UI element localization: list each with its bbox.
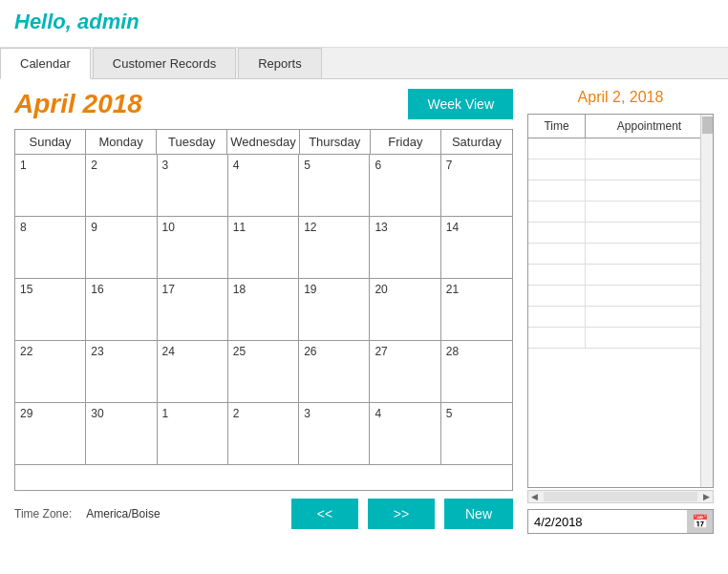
appointment-body: [528, 138, 713, 484]
tabs-container: Calendar Customer Records Reports: [0, 48, 728, 79]
timezone-value: America/Boise: [86, 507, 160, 521]
bottom-bar: Time Zone: America/Boise << >> New: [14, 491, 513, 534]
appt-row-5: [528, 223, 713, 244]
cal-cell-29[interactable]: 29: [15, 403, 86, 465]
scroll-thumb[interactable]: [702, 117, 713, 134]
cal-cell-7[interactable]: 7: [441, 155, 512, 217]
cal-cell-20[interactable]: 20: [370, 279, 440, 341]
cal-cell-next-5[interactable]: 5: [441, 403, 512, 465]
timezone-label: Time Zone:: [14, 507, 72, 521]
calendar-title: April 2018: [14, 89, 142, 119]
calendar-picker-icon[interactable]: 📅: [687, 510, 713, 533]
appt-row-7: [528, 265, 713, 286]
cal-cell-10[interactable]: 10: [158, 217, 228, 279]
cal-cell-27[interactable]: 27: [370, 341, 440, 403]
date-input[interactable]: [528, 511, 687, 533]
h-scroll-track: [544, 492, 697, 501]
appt-row-1: [528, 138, 713, 159]
cal-cell-16[interactable]: 16: [86, 279, 157, 341]
day-saturday: Saturday: [441, 130, 512, 155]
date-input-row: 📅: [527, 509, 714, 534]
right-panel: April 2, 2018 Time Appointment: [527, 89, 714, 534]
cal-cell-next-3[interactable]: 3: [299, 403, 370, 465]
tabs: Calendar Customer Records Reports: [0, 48, 728, 78]
horizontal-scrollbar[interactable]: ◀ ▶: [527, 490, 714, 503]
main-content: April 2018 Week View Sunday Monday Tuesd…: [0, 79, 728, 543]
appointment-column-header: Appointment: [586, 115, 713, 138]
cal-cell-11[interactable]: 11: [228, 217, 299, 279]
tab-reports[interactable]: Reports: [238, 48, 322, 78]
cal-cell-22[interactable]: 22: [15, 341, 86, 403]
day-friday: Friday: [371, 130, 441, 155]
appt-row-6: [528, 244, 713, 265]
tab-customer-records[interactable]: Customer Records: [93, 48, 236, 78]
calendar-body: 1 2 3 4 5 6 7 8 9 10 11 12 13 14 15: [15, 155, 512, 465]
day-sunday: Sunday: [15, 130, 86, 155]
cal-cell-30[interactable]: 30: [86, 403, 157, 465]
day-monday: Monday: [86, 130, 157, 155]
appt-row-10: [528, 328, 713, 349]
cal-cell-4[interactable]: 4: [228, 155, 299, 217]
cal-cell-3[interactable]: 3: [158, 155, 228, 217]
cal-cell-24[interactable]: 24: [158, 341, 228, 403]
day-thursday: Thursday: [300, 130, 371, 155]
cal-cell-2[interactable]: 2: [86, 155, 157, 217]
calendar-grid-wrapper: Sunday Monday Tuesday Wednesday Thursday…: [14, 129, 513, 491]
vertical-scrollbar[interactable]: [700, 115, 713, 487]
day-tuesday: Tuesday: [157, 130, 227, 155]
cal-cell-8[interactable]: 8: [15, 217, 86, 279]
cal-cell-13[interactable]: 13: [370, 217, 440, 279]
cal-cell-15[interactable]: 15: [15, 279, 86, 341]
selected-date: April 2, 2018: [527, 89, 714, 106]
calendar-days-header: Sunday Monday Tuesday Wednesday Thursday…: [15, 130, 512, 155]
cal-cell-19[interactable]: 19: [299, 279, 370, 341]
appt-row-8: [528, 286, 713, 307]
greeting: Hello, admin: [14, 10, 714, 34]
prev-month-button[interactable]: <<: [291, 499, 358, 529]
cal-cell-6[interactable]: 6: [370, 155, 440, 217]
scroll-right-icon[interactable]: ▶: [700, 492, 713, 501]
appointment-header: Time Appointment: [528, 115, 713, 138]
calendar-section: April 2018 Week View Sunday Monday Tuesd…: [14, 89, 513, 534]
appt-row-9: [528, 307, 713, 328]
cal-cell-25[interactable]: 25: [228, 341, 299, 403]
cal-cell-17[interactable]: 17: [158, 279, 228, 341]
cal-cell-18[interactable]: 18: [228, 279, 299, 341]
appt-row-2: [528, 159, 713, 181]
cal-cell-14[interactable]: 14: [441, 217, 512, 279]
cal-cell-28[interactable]: 28: [441, 341, 512, 403]
cal-cell-12[interactable]: 12: [299, 217, 370, 279]
cal-cell-26[interactable]: 26: [299, 341, 370, 403]
cal-cell-23[interactable]: 23: [86, 341, 157, 403]
day-wednesday: Wednesday: [227, 130, 299, 155]
cal-cell-next-2[interactable]: 2: [228, 403, 299, 465]
time-column-header: Time: [528, 115, 586, 138]
week-view-button[interactable]: Week View: [408, 89, 513, 119]
appt-row-3: [528, 181, 713, 202]
new-appointment-button[interactable]: New: [444, 499, 513, 529]
cal-cell-9[interactable]: 9: [86, 217, 157, 279]
calendar-grid: Sunday Monday Tuesday Wednesday Thursday…: [14, 129, 513, 491]
cal-cell-5[interactable]: 5: [299, 155, 370, 217]
appointment-table: Time Appointment: [527, 114, 714, 488]
cal-cell-next-1[interactable]: 1: [158, 403, 228, 465]
header: Hello, admin: [0, 0, 728, 48]
scroll-left-icon[interactable]: ◀: [528, 492, 541, 501]
appt-row-4: [528, 202, 713, 223]
cal-cell-1[interactable]: 1: [15, 155, 86, 217]
tab-calendar[interactable]: Calendar: [0, 48, 91, 79]
next-month-button[interactable]: >>: [368, 499, 435, 529]
cal-cell-21[interactable]: 21: [441, 279, 512, 341]
calendar-header: April 2018 Week View: [14, 89, 513, 119]
cal-cell-next-4[interactable]: 4: [370, 403, 440, 465]
